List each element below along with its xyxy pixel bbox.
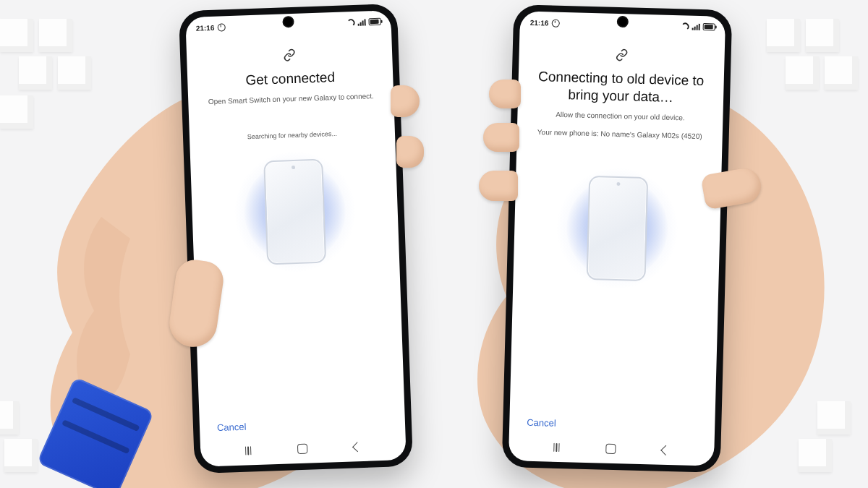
screen-left: 21:16 Get connected Open Smart Switch on…	[185, 10, 407, 467]
alarm-icon	[217, 23, 225, 31]
system-nav-bar	[509, 435, 715, 466]
nav-recents-button[interactable]	[245, 446, 252, 455]
right-finger	[489, 80, 521, 108]
phone-left: 21:16 Get connected Open Smart Switch on…	[179, 4, 413, 474]
right-finger	[483, 123, 519, 152]
left-finger	[396, 136, 424, 168]
nav-back-button[interactable]	[352, 442, 362, 452]
cancel-button[interactable]: Cancel	[525, 414, 558, 432]
signal-icon	[357, 19, 365, 25]
phone-right: 21:16 Connecting to old device to bring …	[502, 4, 733, 473]
link-icon	[283, 48, 297, 62]
searching-label: Searching for nearby devices...	[247, 130, 337, 140]
nav-home-button[interactable]	[605, 444, 616, 454]
content-area: Connecting to old device to bring your d…	[510, 30, 725, 408]
link-icon	[615, 48, 628, 61]
device-outline-icon	[263, 158, 326, 265]
signal-icon	[692, 23, 700, 30]
alarm-icon	[551, 19, 559, 27]
nav-back-button[interactable]	[660, 445, 671, 455]
page-title: Get connected	[245, 69, 335, 89]
battery-icon	[368, 18, 380, 26]
action-row: Cancel	[509, 403, 715, 440]
connecting-graphic	[565, 166, 669, 291]
content-area: Get connected Open Smart Switch on your …	[186, 29, 404, 410]
status-time: 21:16	[196, 23, 215, 32]
wifi-icon	[346, 18, 354, 26]
nav-recents-button[interactable]	[553, 443, 560, 452]
nav-home-button[interactable]	[297, 444, 307, 454]
battery-icon	[703, 23, 715, 30]
status-time: 21:16	[530, 18, 549, 27]
device-outline-icon	[587, 175, 649, 281]
page-title: Connecting to old device to bring your d…	[534, 68, 708, 107]
cancel-button[interactable]: Cancel	[216, 418, 248, 436]
right-finger	[479, 171, 518, 201]
page-subtitle: Allow the connection on your old device.	[556, 110, 685, 121]
page-subtitle: Open Smart Switch on your new Galaxy to …	[208, 92, 374, 106]
device-name-line: Your new phone is: No name's Galaxy M02s…	[537, 128, 702, 140]
screen-right: 21:16 Connecting to old device to bring …	[509, 11, 726, 466]
wifi-icon	[681, 22, 689, 30]
searching-graphic	[242, 148, 348, 275]
